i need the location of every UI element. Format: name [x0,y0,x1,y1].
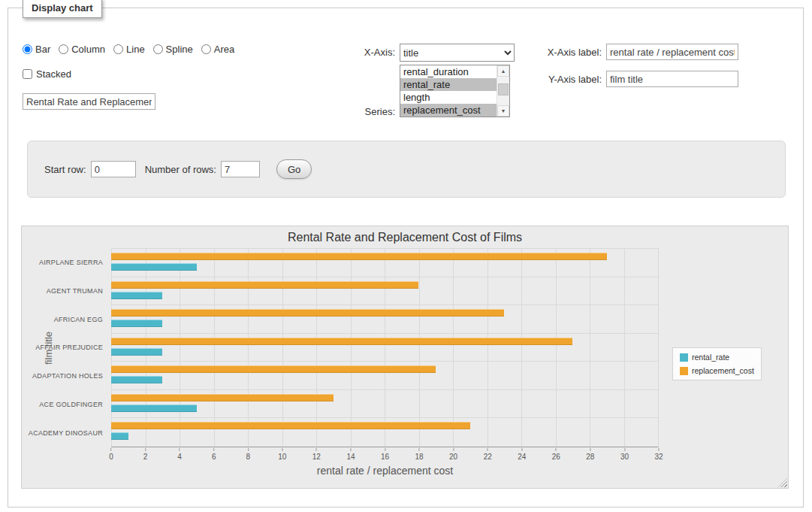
x-tick-label: 0 [109,448,113,461]
chart-title: Rental Rate and Replacement Cost of Film… [22,231,788,244]
series-option-replacement_cost[interactable]: replacement_cost [400,104,497,117]
start-row-input[interactable] [91,161,136,177]
chart-type-radio-line[interactable] [113,44,123,54]
chart-type-option-label: Line [126,44,145,55]
chart-type-option-label: Spline [166,44,193,55]
number-of-rows-input[interactable] [221,161,260,177]
chart-type-option-bar[interactable]: Bar [23,44,50,55]
series-listbox[interactable]: rental_durationrental_ratelengthreplacem… [400,65,510,117]
y-axis-label-input[interactable] [606,71,738,87]
legend-swatch [680,367,688,375]
bar-group [111,277,658,306]
chart-x-axis-title: rental rate / replacement cost [111,465,659,477]
x-tick-label: 4 [177,448,182,461]
bar-replacement_cost [111,338,572,345]
chart-type-radio-area[interactable] [201,44,211,54]
x-tick-label: 22 [484,448,492,461]
y-axis-label-field-label: Y-Axis label: [478,74,602,85]
legend-swatch [680,353,688,362]
category-label: AGENT TRUMAN [22,277,107,305]
legend-label: replacement_cost [692,366,754,375]
scrollbar-thumb[interactable] [498,83,509,95]
chart-type-radio-spline[interactable] [153,44,163,54]
bar-group [111,334,658,362]
bar-replacement_cost [111,253,607,260]
category-label: AFRICAN EGG [22,305,107,334]
x-tick-label: 18 [415,448,424,461]
category-label: AIRPLANE SIERRA [22,248,107,277]
chart-type-option-label: Column [71,44,105,55]
stacked-label: Stacked [36,68,71,80]
series-label: Series: [324,106,395,117]
chart-type-option-spline[interactable]: Spline [153,44,193,55]
chart-category-labels: AIRPLANE SIERRAAGENT TRUMANAFRICAN EGGAF… [22,248,107,447]
bar-group [111,418,658,447]
chart-type-option-column[interactable]: Column [59,44,105,55]
x-tick-label: 12 [312,448,321,461]
bar-rental_rate [111,320,162,327]
bar-group [111,362,658,390]
x-tick-label: 28 [586,448,594,461]
bar-replacement_cost [111,281,418,289]
chart-title-input[interactable] [23,93,155,110]
chart-resize-handle[interactable] [778,478,787,487]
bar-group [111,249,658,277]
chart-type-option-label: Bar [35,44,50,55]
x-tick-label: 20 [449,448,457,461]
start-row-label: Start row: [44,164,86,175]
category-label: AFFAIR PREJUDICE [22,334,107,362]
chart-x-axis-ticks: 02468101214161820222426283032 [111,448,659,462]
x-tick-label: 16 [381,448,389,461]
legend-item-replacement_cost[interactable]: replacement_cost [680,366,754,375]
fieldset-legend: Display chart [23,0,102,18]
x-axis-label-input[interactable] [606,44,738,60]
stacked-checkbox-row[interactable]: Stacked [23,68,71,80]
gridline [658,249,659,447]
chart-type-radio-group: BarColumnLineSplineArea [23,44,234,55]
bar-replacement_cost [111,394,334,401]
x-tick-label: 24 [518,448,526,461]
bar-group [111,390,658,419]
x-axis-label: X-Axis: [324,47,395,58]
number-of-rows-label: Number of rows: [145,164,216,175]
legend-item-rental_rate[interactable]: rental_rate [680,353,754,362]
bar-rental_rate [111,404,197,412]
x-tick-label: 2 [143,448,148,461]
x-tick-label: 26 [552,448,560,461]
scrollbar-down-icon[interactable]: ▼ [497,105,509,117]
chart-panel: Rental Rate and Replacement Cost of Film… [21,226,789,489]
bar-rental_rate [111,292,162,299]
x-tick-label: 8 [246,448,250,461]
x-tick-label: 6 [212,448,216,461]
chart-type-option-label: Area [214,44,234,55]
bar-group [111,305,658,334]
bar-replacement_cost [111,422,470,429]
display-chart-fieldset: Display chart BarColumnLineSplineArea St… [8,8,804,507]
bar-rental_rate [111,263,197,271]
chart-type-radio-bar[interactable] [23,44,32,54]
x-axis-label-field-label: X-Axis label: [478,47,602,58]
chart-legend: rental_ratereplacement_cost [672,347,762,380]
category-label: ACADEMY DINOSAUR [22,419,107,447]
stacked-checkbox[interactable] [23,69,32,79]
go-button[interactable]: Go [276,159,312,179]
x-tick-label: 14 [346,448,355,461]
bar-rental_rate [111,348,162,356]
chart-plot-area [111,248,659,447]
bar-replacement_cost [111,309,504,317]
category-label: ADAPTATION HOLES [22,362,107,390]
chart-type-radio-column[interactable] [59,44,68,54]
legend-label: rental_rate [692,353,729,362]
chart-type-option-line[interactable]: Line [113,44,145,55]
bar-replacement_cost [111,365,436,373]
bar-rental_rate [111,376,162,383]
chart-type-option-area[interactable]: Area [201,44,234,55]
x-tick-label: 32 [654,448,663,461]
x-tick-label: 30 [620,448,629,461]
series-option-length[interactable]: length [400,91,497,104]
rows-panel: Start row: Number of rows: Go [27,141,786,198]
bar-rental_rate [111,432,128,440]
category-label: ACE GOLDFINGER [22,390,107,419]
x-tick-label: 10 [278,448,286,461]
